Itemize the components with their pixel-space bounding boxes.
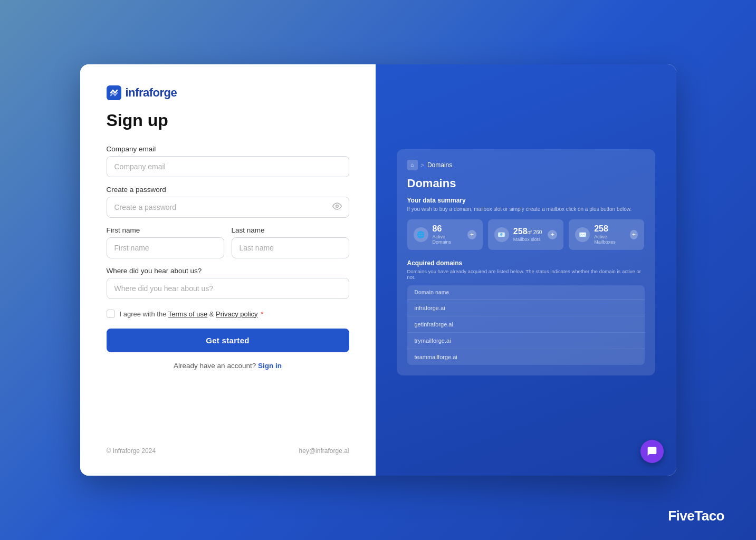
footer: © Infraforge 2024 hey@infraforge.ai	[107, 442, 349, 455]
required-dot: *	[261, 310, 263, 318]
right-panel: ⌂ > Domains Domains Your data summary If…	[376, 64, 676, 476]
source-input[interactable]	[107, 278, 349, 299]
stat-active-mailboxes: ✉️ 258 Active Mailboxes +	[569, 219, 644, 250]
source-group: Where did you hear about us?	[107, 267, 349, 299]
mailboxes-label: Active Mailboxes	[594, 234, 625, 245]
slots-count: 258of 260	[513, 227, 542, 236]
breadcrumb-page: Domains	[427, 161, 452, 169]
stat-mailbox-slots: 📧 258of 260 Mailbox slots +	[488, 219, 563, 250]
logo-text: infraforge	[126, 86, 177, 100]
source-label: Where did you hear about us?	[107, 267, 349, 275]
logo-icon	[107, 85, 121, 100]
acquired-title: Acquired domains	[407, 259, 645, 267]
mailbox-slots-icon: 📧	[494, 227, 509, 242]
domain-row: infraforge.ai	[407, 300, 645, 316]
domain-row: getinfraforge.ai	[407, 316, 645, 333]
add-slot-button[interactable]: +	[548, 230, 557, 239]
domain-row: trymailforge.ai	[407, 333, 645, 349]
lastname-label: Last name	[232, 226, 349, 234]
svg-rect-0	[107, 85, 121, 100]
eye-icon[interactable]	[332, 201, 342, 213]
fivetaco-watermark: FiveTaco	[668, 508, 724, 524]
chat-bubble-button[interactable]	[640, 440, 664, 463]
summary-subtitle: If you wish to buy a domain, mailbox slo…	[407, 206, 645, 212]
svg-point-1	[336, 205, 338, 208]
lastname-input[interactable]	[232, 237, 349, 258]
domain-row: teammailforge.ai	[407, 349, 645, 365]
terms-row: I agree with the Terms of use & Privacy …	[107, 310, 349, 318]
dashboard-preview: ⌂ > Domains Domains Your data summary If…	[397, 149, 655, 375]
logo-area: infraforge	[107, 85, 349, 100]
breadcrumb-chevron: >	[421, 162, 424, 168]
globe-icon: 🌐	[414, 227, 428, 242]
lastname-group: Last name	[232, 226, 349, 258]
copyright: © Infraforge 2024	[107, 447, 156, 455]
terms-label: I agree with the Terms of use & Privacy …	[120, 310, 264, 318]
breadcrumb: ⌂ > Domains	[407, 160, 645, 170]
main-card: infraforge Sign up Company email Create …	[80, 64, 676, 476]
firstname-label: First name	[107, 226, 224, 234]
name-row: First name Last name	[107, 226, 349, 267]
form-area: Sign up Company email Create a password	[107, 105, 349, 370]
domains-label: Active Domains	[433, 234, 463, 245]
password-label: Create a password	[107, 186, 349, 194]
terms-link[interactable]: Terms of use	[168, 310, 207, 318]
signin-row: Already have an account? Sign in	[107, 362, 349, 370]
contact-email: hey@infraforge.ai	[299, 447, 349, 455]
dashboard-title: Domains	[407, 177, 645, 190]
email-group: Company email	[107, 145, 349, 177]
stat-active-domains: 🌐 86 Active Domains +	[407, 219, 483, 250]
acquired-subtitle: Domains you have already acquired are li…	[407, 268, 645, 280]
firstname-input[interactable]	[107, 237, 224, 258]
left-panel: infraforge Sign up Company email Create …	[80, 64, 376, 476]
domain-table-header: Domain name	[407, 285, 645, 300]
get-started-button[interactable]: Get started	[107, 329, 349, 352]
summary-title: Your data summary	[407, 197, 645, 204]
email-label: Company email	[107, 145, 349, 153]
password-wrapper	[107, 197, 349, 218]
firstname-group: First name	[107, 226, 224, 258]
home-icon: ⌂	[407, 160, 418, 170]
password-input[interactable]	[107, 197, 349, 218]
domains-count: 86	[433, 225, 463, 233]
email-input[interactable]	[107, 156, 349, 177]
mailbox-icon: ✉️	[575, 227, 590, 242]
password-group: Create a password	[107, 186, 349, 218]
mailboxes-count: 258	[594, 225, 625, 233]
add-mailbox-button[interactable]: +	[630, 230, 638, 239]
page-title: Sign up	[107, 111, 349, 130]
slots-label: Mailbox slots	[513, 237, 542, 242]
domains-table: Domain name infraforge.ai getinfraforge.…	[407, 285, 645, 365]
add-domain-button[interactable]: +	[467, 230, 476, 239]
terms-checkbox[interactable]	[107, 310, 115, 318]
signin-link[interactable]: Sign in	[258, 362, 282, 370]
stats-row: 🌐 86 Active Domains + 📧 258of 260 Mailbo…	[407, 219, 645, 250]
privacy-link[interactable]: Privacy policy	[216, 310, 257, 318]
